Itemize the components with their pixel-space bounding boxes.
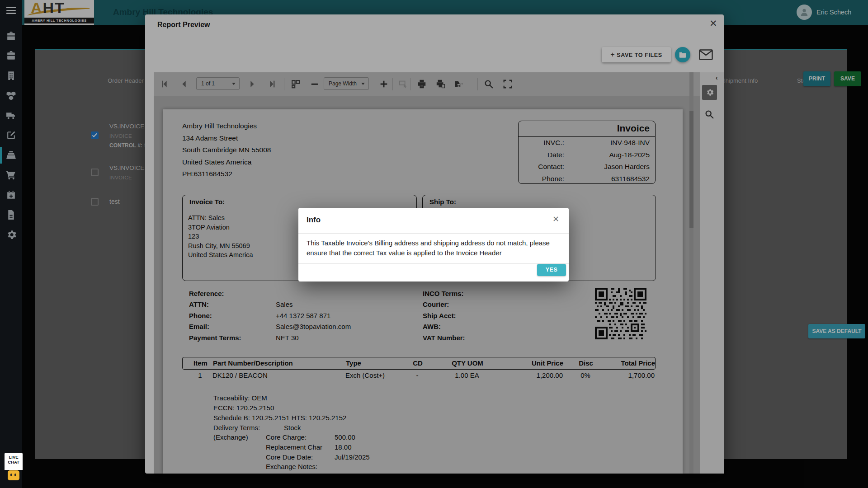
- close-icon[interactable]: ✕: [552, 214, 559, 224]
- info-dialog: Info ✕ This Taxable Invoice's Billing ad…: [298, 208, 569, 282]
- live-chat-widget[interactable]: LIVECHAT: [5, 453, 23, 482]
- info-dialog-title: Info: [307, 216, 321, 225]
- info-dialog-footer: [298, 263, 569, 282]
- info-dialog-header: Info ✕: [298, 208, 569, 234]
- info-dialog-message: This Taxable Invoice's Billing address a…: [307, 238, 562, 258]
- chat-bot-icon: [8, 470, 19, 480]
- yes-button[interactable]: YES: [537, 264, 566, 276]
- screen: AHT AMBRY HILL TECHNOLOGIES Ambry Hill T…: [0, 0, 868, 488]
- live-chat-label: LIVECHAT: [5, 453, 23, 470]
